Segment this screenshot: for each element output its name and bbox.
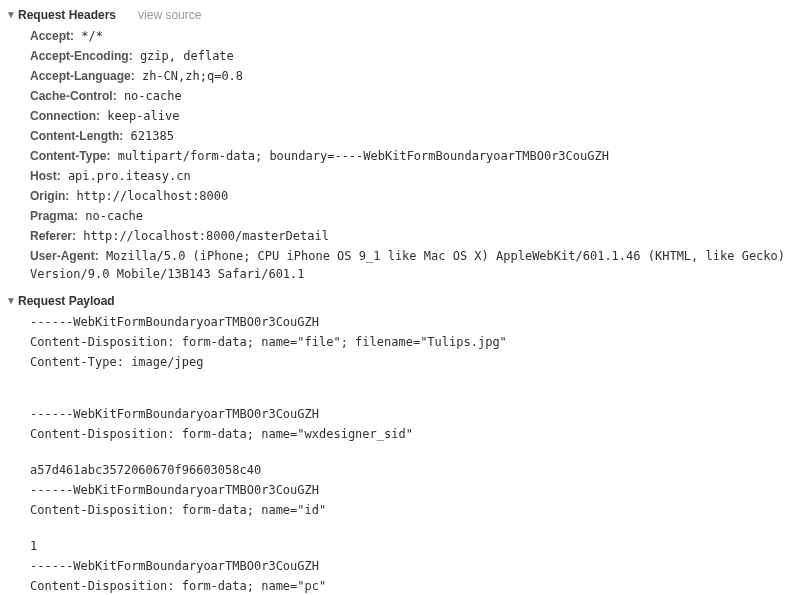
- payload-line: ------WebKitFormBoundaryoarTMBO0r3CouGZH: [30, 404, 800, 424]
- header-value: multipart/form-data; boundary=----WebKit…: [110, 149, 609, 163]
- header-value: no-cache: [78, 209, 143, 223]
- payload-line: [30, 388, 800, 404]
- payload-line: [30, 520, 800, 536]
- header-value: zh-CN,zh;q=0.8: [135, 69, 243, 83]
- header-value: */*: [74, 29, 103, 43]
- header-row: Referer: http://localhost:8000/masterDet…: [30, 226, 800, 246]
- header-value: http://localhost:8000: [69, 189, 228, 203]
- chevron-down-icon: ▼: [6, 9, 16, 21]
- payload-line: ------WebKitFormBoundaryoarTMBO0r3CouGZH: [30, 556, 800, 576]
- header-name: Content-Length:: [30, 129, 123, 143]
- header-row: Origin: http://localhost:8000: [30, 186, 800, 206]
- request-headers-title: Request Headers: [18, 6, 116, 24]
- header-name: User-Agent:: [30, 249, 99, 263]
- header-row: Content-Type: multipart/form-data; bound…: [30, 146, 800, 166]
- header-row: Accept-Encoding: gzip, deflate: [30, 46, 800, 66]
- request-headers-list: Accept: */*Accept-Encoding: gzip, deflat…: [6, 26, 800, 290]
- view-source-link[interactable]: view source: [138, 6, 201, 24]
- payload-line: ------WebKitFormBoundaryoarTMBO0r3CouGZH: [30, 312, 800, 332]
- header-value: 621385: [123, 129, 174, 143]
- header-name: Accept-Language:: [30, 69, 135, 83]
- chevron-down-icon: ▼: [6, 295, 16, 307]
- payload-line: Content-Disposition: form-data; name="pc…: [30, 576, 800, 595]
- header-name: Referer:: [30, 229, 76, 243]
- request-headers-toggle[interactable]: ▼ Request Headers view source: [6, 4, 800, 26]
- header-name: Connection:: [30, 109, 100, 123]
- header-value: Mozilla/5.0 (iPhone; CPU iPhone OS 9_1 l…: [30, 249, 785, 281]
- payload-line: a57d461abc3572060670f96603058c40: [30, 460, 800, 480]
- header-row: Host: api.pro.iteasy.cn: [30, 166, 800, 186]
- header-value: gzip, deflate: [133, 49, 234, 63]
- payload-line: ------WebKitFormBoundaryoarTMBO0r3CouGZH: [30, 480, 800, 500]
- header-row: Cache-Control: no-cache: [30, 86, 800, 106]
- payload-line: [30, 372, 800, 388]
- payload-line: [30, 444, 800, 460]
- header-row: Connection: keep-alive: [30, 106, 800, 126]
- header-row: Content-Length: 621385: [30, 126, 800, 146]
- header-row: User-Agent: Mozilla/5.0 (iPhone; CPU iPh…: [30, 246, 800, 284]
- header-name: Origin:: [30, 189, 69, 203]
- header-row: Accept-Language: zh-CN,zh;q=0.8: [30, 66, 800, 86]
- header-name: Accept:: [30, 29, 74, 43]
- header-name: Host:: [30, 169, 61, 183]
- header-name: Content-Type:: [30, 149, 110, 163]
- header-value: http://localhost:8000/masterDetail: [76, 229, 329, 243]
- header-value: no-cache: [117, 89, 182, 103]
- payload-line: 1: [30, 536, 800, 556]
- payload-line: Content-Disposition: form-data; name="wx…: [30, 424, 800, 444]
- header-name: Accept-Encoding:: [30, 49, 133, 63]
- request-payload-toggle[interactable]: ▼ Request Payload: [6, 290, 800, 312]
- payload-line: Content-Disposition: form-data; name="id…: [30, 500, 800, 520]
- payload-line: Content-Disposition: form-data; name="fi…: [30, 332, 800, 352]
- header-name: Pragma:: [30, 209, 78, 223]
- header-value: api.pro.iteasy.cn: [61, 169, 191, 183]
- header-row: Pragma: no-cache: [30, 206, 800, 226]
- header-value: keep-alive: [100, 109, 179, 123]
- request-payload-title: Request Payload: [18, 292, 115, 310]
- request-payload-body: ------WebKitFormBoundaryoarTMBO0r3CouGZH…: [6, 312, 800, 595]
- header-row: Accept: */*: [30, 26, 800, 46]
- header-name: Cache-Control:: [30, 89, 117, 103]
- payload-line: Content-Type: image/jpeg: [30, 352, 800, 372]
